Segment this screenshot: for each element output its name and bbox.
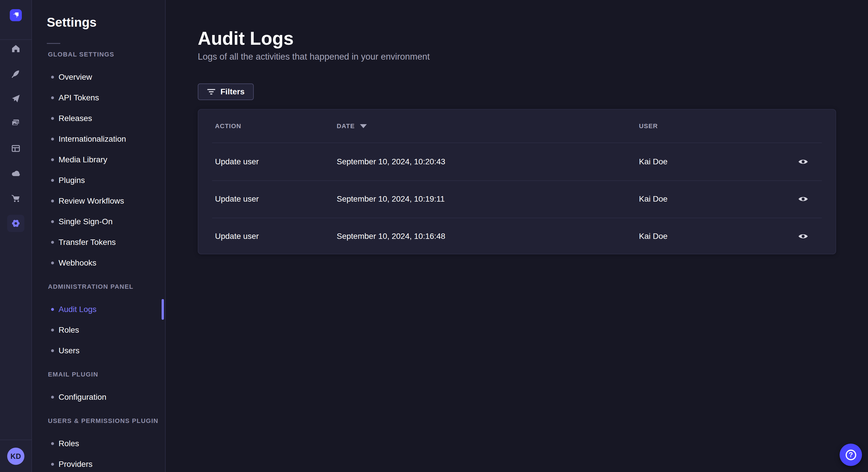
sidebar-section-list: Audit LogsRolesUsers [33,299,165,361]
sidebar-item-api-tokens[interactable]: API Tokens [33,88,165,108]
sidebar-item-label: Configuration [59,393,106,402]
nav-cloud[interactable] [7,165,24,182]
main-nav-rail: KD [0,0,32,472]
bullet-icon [51,308,54,311]
sidebar-sections: GLOBAL SETTINGSOverviewAPI TokensRelease… [33,51,165,472]
nav-content-type-builder[interactable] [7,140,24,157]
cell-user: Kai Doe [639,157,787,166]
sidebar-item-releases[interactable]: Releases [33,108,165,129]
table-row: Update userSeptember 10, 2024, 10:19:11K… [198,180,836,217]
sidebar-title: Settings [47,16,165,29]
table-row: Update userSeptember 10, 2024, 10:20:43K… [198,143,836,180]
nav-settings[interactable] [7,215,24,232]
sidebar-item-label: Releases [59,114,92,123]
nav-deploy[interactable] [7,90,24,107]
sidebar-item-users[interactable]: Users [33,340,165,361]
sidebar-item-webhooks[interactable]: Webhooks [33,252,165,273]
eye-icon [798,195,808,203]
sidebar-item-label: Audit Logs [59,305,96,314]
main-content: Audit Logs Logs of all the activities th… [166,0,868,472]
sort-desc-icon [360,124,367,128]
bullet-icon [51,200,54,202]
sidebar-item-label: Providers [59,460,92,469]
cart-icon [11,194,21,203]
sidebar-section-label: USERS & PERMISSIONS PLUGIN [48,417,165,425]
paper-plane-icon [11,94,21,103]
cell-action: Update user [215,232,337,241]
help-button[interactable]: ? [840,444,862,466]
column-header-date-label: DATE [337,123,355,130]
bullet-icon [51,138,54,140]
strapi-admin-app: KD Settings GLOBAL SETTINGSOverviewAPI T… [0,0,868,472]
sidebar-item-label: Media Library [59,155,107,164]
sidebar-item-internationalization[interactable]: Internationalization [33,129,165,149]
view-log-button[interactable] [794,190,812,208]
home-icon [11,44,21,54]
view-log-button[interactable] [794,227,812,245]
sidebar-section-label: ADMINISTRATION PANEL [48,283,165,291]
table-header-row: ACTION DATE USER [198,109,836,142]
nav-marketplace[interactable] [7,190,24,207]
eye-icon [798,233,808,240]
bullet-icon [51,117,54,120]
sidebar-item-configuration[interactable]: Configuration [33,387,165,407]
nav-content[interactable] [7,65,24,82]
sidebar-item-audit-logs[interactable]: Audit Logs [33,299,165,320]
bullet-icon [51,396,54,399]
sidebar-item-roles[interactable]: Roles [33,433,165,454]
sidebar-item-providers[interactable]: Providers [33,454,165,472]
filters-button[interactable]: Filters [198,83,254,100]
feather-icon [11,69,21,78]
audit-logs-table: ACTION DATE USER Update userSeptember 10… [198,109,836,255]
layout-panel-icon [11,144,21,154]
cell-user: Kai Doe [639,194,787,204]
column-header-user[interactable]: USER [639,123,787,130]
sidebar-item-transfer-tokens[interactable]: Transfer Tokens [33,232,165,252]
sidebar-item-media-library[interactable]: Media Library [33,149,165,170]
sidebar-section-list: Configuration [33,387,165,407]
sidebar-item-label: Roles [59,326,79,335]
cell-date: September 10, 2024, 10:19:11 [337,194,639,204]
table-body: Update userSeptember 10, 2024, 10:20:43K… [198,143,836,255]
sidebar-section: GLOBAL SETTINGSOverviewAPI TokensRelease… [33,51,165,273]
eye-icon [798,158,808,165]
page-title: Audit Logs [198,28,836,49]
bullet-icon [51,220,54,223]
column-header-date[interactable]: DATE [337,123,639,130]
strapi-logo-button[interactable] [10,9,22,21]
sidebar-item-single-sign-on[interactable]: Single Sign-On [33,211,165,232]
sidebar-item-label: Roles [59,439,79,448]
bullet-icon [51,96,54,99]
bullet-icon [51,158,54,161]
sidebar-item-label: Review Workflows [59,196,124,206]
sidebar-item-plugins[interactable]: Plugins [33,170,165,191]
view-log-button[interactable] [794,153,812,171]
sidebar-item-label: Plugins [59,176,85,185]
cell-date: September 10, 2024, 10:20:43 [337,157,639,166]
filters-button-label: Filters [220,87,245,96]
nav-home[interactable] [7,40,24,57]
sidebar-item-label: Users [59,346,80,355]
column-header-action[interactable]: ACTION [215,123,337,130]
table-row: Update userSeptember 10, 2024, 10:16:48K… [198,217,836,255]
cloud-icon [11,169,21,178]
rail-nav [7,40,24,232]
sidebar-item-roles[interactable]: Roles [33,320,165,340]
sidebar-item-label: Overview [59,72,92,82]
settings-sidebar: Settings GLOBAL SETTINGSOverviewAPI Toke… [33,0,166,472]
sidebar-section-label: EMAIL PLUGIN [48,371,165,378]
strapi-logo-icon [10,9,22,21]
sidebar-item-overview[interactable]: Overview [33,67,165,88]
cell-action: Update user [215,157,337,166]
sidebar-item-review-workflows[interactable]: Review Workflows [33,191,165,211]
sidebar-section-label: GLOBAL SETTINGS [48,51,165,58]
media-library-icon [11,119,21,129]
sidebar-section-list: RolesProviders [33,433,165,472]
bullet-icon [51,349,54,352]
sidebar-item-label: Transfer Tokens [59,238,116,247]
nav-media-library[interactable] [7,115,24,132]
user-avatar[interactable]: KD [7,448,24,465]
sidebar-item-label: Single Sign-On [59,217,113,226]
bullet-icon [51,329,54,332]
question-mark-icon: ? [846,450,856,460]
